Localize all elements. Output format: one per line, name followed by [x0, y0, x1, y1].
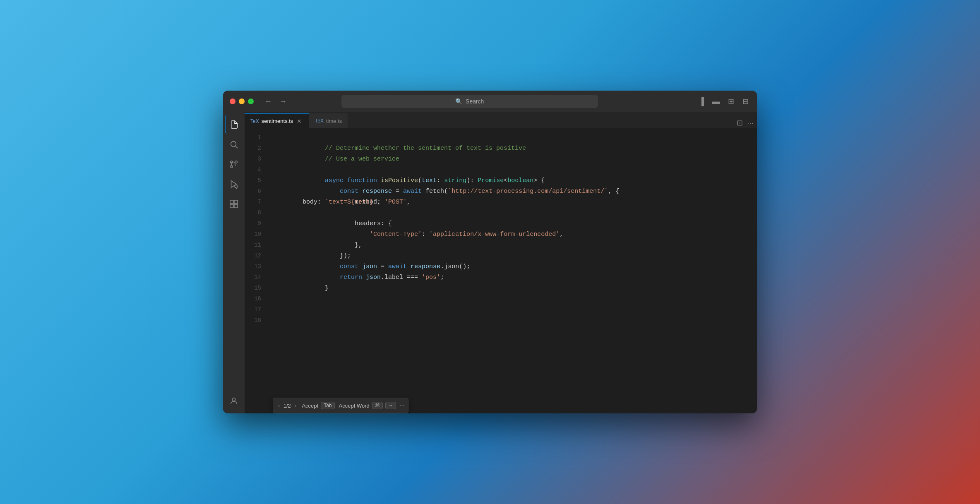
- customize-button[interactable]: ⊟: [741, 96, 750, 107]
- line-number-2: 2: [245, 143, 269, 154]
- maximize-button[interactable]: [248, 98, 254, 104]
- line-number-3: 3: [245, 154, 269, 164]
- code-line-9: 9 'Content-Type': 'application/x-www-for…: [245, 218, 757, 229]
- activity-item-run[interactable]: [225, 175, 243, 193]
- line-number-13: 13: [245, 261, 269, 272]
- line-number-6: 6: [245, 186, 269, 197]
- svg-point-1: [231, 142, 236, 147]
- suggestion-next-button[interactable]: ›: [293, 401, 298, 410]
- code-line-18: 18: [245, 315, 757, 326]
- svg-rect-11: [230, 204, 233, 208]
- code-line-1: 1 // Determine whether the sentiment of …: [245, 132, 757, 143]
- accept-label: Accept: [302, 403, 318, 409]
- nav-buttons: ← →: [262, 96, 289, 107]
- code-line-17: 17: [245, 304, 757, 315]
- activity-item-explorer[interactable]: [225, 115, 243, 134]
- titlebar: ← → 🔍 Search ▐ ▬ ⊞ ⊟: [223, 91, 757, 112]
- accept-word-label: Accept Word: [339, 403, 370, 409]
- svg-point-3: [231, 166, 233, 168]
- line-content-7: body: `text=${text}`,: [269, 197, 757, 208]
- tabs-more[interactable]: ⋯: [747, 119, 754, 127]
- code-line-13: 13 return json.label === 'pos';: [245, 261, 757, 272]
- code-line-6: 6 method: 'POST',: [245, 186, 757, 197]
- cmd-key: ⌘: [372, 402, 383, 409]
- line-number-4: 4: [245, 164, 269, 175]
- source-control-icon: [229, 160, 238, 169]
- line-number-8: 8: [245, 207, 269, 218]
- code-line-7: 7 body: `text=${text}`,: [245, 197, 757, 207]
- forward-button[interactable]: →: [277, 96, 289, 107]
- svg-marker-6: [231, 181, 237, 188]
- more-button[interactable]: ···: [399, 402, 405, 409]
- line-number-18: 18: [245, 315, 269, 326]
- svg-point-5: [235, 161, 238, 163]
- split-editor-button[interactable]: ⊡: [735, 118, 745, 128]
- svg-rect-12: [234, 204, 238, 208]
- code-line-4: 4 async function isPositive(text: string…: [245, 164, 757, 175]
- line-number-7: 7: [245, 197, 269, 207]
- svg-rect-10: [234, 200, 238, 204]
- code-line-11: 11 });: [245, 240, 757, 250]
- close-button[interactable]: [230, 98, 235, 104]
- line-number-9: 9: [245, 218, 269, 229]
- code-line-5: 5 const response = await fetch(`http://t…: [245, 175, 757, 186]
- svg-point-13: [232, 398, 235, 401]
- main-area: TeX sentiments.ts ✕ TeX time.ts ⊡ ⋯: [223, 112, 757, 413]
- account-icon: [229, 396, 238, 406]
- code-content: 1 // Determine whether the sentiment of …: [245, 129, 757, 413]
- suggestion-counter: 1/2: [283, 403, 291, 409]
- suggestion-bar: ‹ 1/2 › Accept Tab Accept Word ⌘ → ···: [273, 398, 408, 413]
- tab-icon-time: TeX: [315, 118, 324, 124]
- svg-rect-0: [233, 121, 234, 128]
- tab-icon-sentiments: TeX: [250, 118, 259, 124]
- traffic-lights: [230, 98, 254, 104]
- code-line-8: 8 headers: {: [245, 207, 757, 218]
- window-controls: ▐ ▬ ⊞ ⊟: [697, 96, 750, 107]
- line-number-10: 10: [245, 229, 269, 240]
- tab-label-sentiments: sentiments.ts: [262, 118, 293, 124]
- activity-item-search[interactable]: [225, 135, 243, 154]
- code-line-10: 10 },: [245, 229, 757, 240]
- code-line-12: 12 const json = await response.json();: [245, 250, 757, 261]
- line-number-14: 14: [245, 272, 269, 283]
- run-icon: [229, 180, 238, 189]
- vscode-window: ← → 🔍 Search ▐ ▬ ⊞ ⊟: [223, 91, 757, 413]
- sidebar-toggle-button[interactable]: ▐: [697, 96, 706, 107]
- tab-key: Tab: [321, 402, 334, 409]
- activity-bar: [223, 112, 245, 413]
- search-text: Search: [466, 98, 484, 105]
- suggestion-prev-button[interactable]: ‹: [276, 401, 282, 410]
- line-number-5: 5: [245, 175, 269, 186]
- line-number-11: 11: [245, 240, 269, 250]
- line-number-17: 17: [245, 304, 269, 315]
- editor-area: TeX sentiments.ts ✕ TeX time.ts ⊡ ⋯: [245, 112, 757, 413]
- back-button[interactable]: ←: [262, 96, 274, 107]
- line-number-12: 12: [245, 250, 269, 261]
- code-editor[interactable]: 1 // Determine whether the sentiment of …: [245, 129, 757, 413]
- line-number-16: 16: [245, 293, 269, 304]
- line-number-15: 15: [245, 283, 269, 293]
- code-line-2: 2 // Use a web service: [245, 143, 757, 154]
- extensions-icon: [229, 199, 238, 209]
- minimize-button[interactable]: [239, 98, 245, 104]
- tab-time[interactable]: TeX time.ts: [309, 113, 348, 128]
- search-icon: [229, 140, 238, 149]
- tabs-right-controls: ⊡ ⋯: [735, 118, 757, 128]
- panel-toggle-button[interactable]: ▬: [711, 96, 721, 107]
- svg-rect-9: [230, 200, 233, 204]
- arrow-key: →: [385, 402, 396, 409]
- files-icon: [230, 120, 239, 129]
- search-bar[interactable]: 🔍 Search: [341, 95, 598, 108]
- tab-close-sentiments[interactable]: ✕: [295, 118, 303, 125]
- code-line-14: 14 }: [245, 272, 757, 283]
- tab-label-time: time.ts: [326, 118, 342, 124]
- layout-button[interactable]: ⊞: [726, 96, 736, 107]
- activity-item-account[interactable]: [225, 392, 243, 410]
- line-number-1: 1: [245, 132, 269, 143]
- activity-item-extensions[interactable]: [225, 195, 243, 213]
- search-icon: 🔍: [455, 98, 462, 105]
- tabs-bar: TeX sentiments.ts ✕ TeX time.ts ⊡ ⋯: [245, 112, 757, 129]
- tab-sentiments[interactable]: TeX sentiments.ts ✕: [245, 113, 309, 128]
- activity-item-source-control[interactable]: [225, 155, 243, 173]
- svg-line-2: [235, 146, 238, 148]
